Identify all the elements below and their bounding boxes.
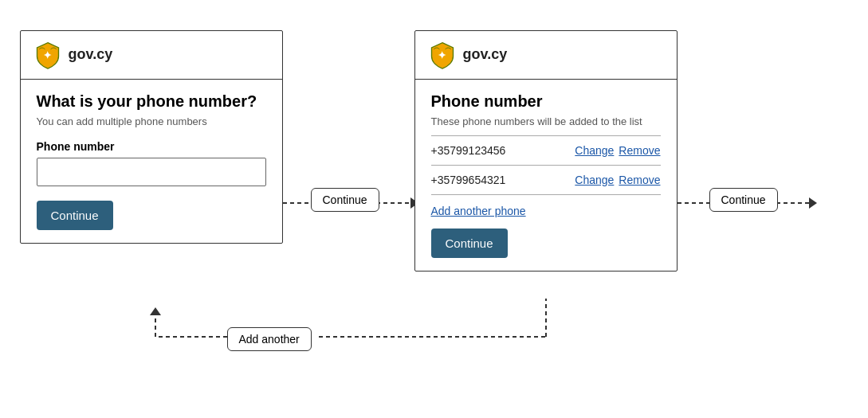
svg-marker-8 [150, 307, 161, 315]
card2-title: Phone number [431, 92, 661, 111]
add-another-connector: Add another [227, 327, 312, 351]
card2-logo-text: gov.cy [463, 46, 508, 63]
continue-connector-2: Continue [709, 188, 778, 212]
phone-actions-1: Change Remove [575, 144, 660, 157]
phone-list: +35799123456 Change Remove +35799654321 … [431, 135, 661, 195]
card1-continue-button[interactable]: Continue [37, 201, 113, 230]
change-phone-2[interactable]: Change [575, 174, 614, 186]
card1-subtitle: You can add multiple phone numbers [37, 115, 266, 127]
svg-text:✦: ✦ [42, 50, 51, 61]
svg-marker-5 [809, 197, 817, 209]
remove-phone-2[interactable]: Remove [619, 174, 660, 186]
phone-row-2: +35799654321 Change Remove [431, 166, 661, 195]
continue-connector-1: Continue [311, 188, 379, 212]
card1-logo-text: gov.cy [69, 46, 113, 63]
phone-number-input[interactable] [37, 158, 266, 186]
phone-number-1: +35799123456 [431, 144, 575, 157]
phone-row-1: +35799123456 Change Remove [431, 136, 661, 166]
govcy-logo-icon: ✦ [33, 41, 62, 69]
add-another-phone-link[interactable]: Add another phone [431, 205, 526, 217]
card2-body: Phone number These phone numbers will be… [415, 80, 677, 271]
phone-number-2: +35799654321 [431, 174, 575, 186]
card2-govcy-logo-icon: ✦ [428, 41, 457, 69]
card2-header: ✦ gov.cy [415, 31, 677, 80]
card2-continue-button[interactable]: Continue [431, 229, 508, 258]
card1-header: ✦ gov.cy [21, 31, 282, 80]
svg-text:✦: ✦ [437, 50, 446, 61]
card-phone-input: ✦ gov.cy What is your phone number? You … [20, 30, 283, 244]
diagram-wrapper: ✦ gov.cy What is your phone number? You … [12, 14, 857, 404]
remove-phone-1[interactable]: Remove [619, 144, 660, 157]
card1-title: What is your phone number? [37, 92, 266, 111]
card1-body: What is your phone number? You can add m… [21, 80, 282, 243]
change-phone-1[interactable]: Change [575, 144, 614, 157]
card-phone-list: ✦ gov.cy Phone number These phone number… [414, 30, 678, 272]
phone-number-label: Phone number [37, 140, 266, 153]
card2-subtitle: These phone numbers will be added to the… [431, 115, 661, 127]
phone-actions-2: Change Remove [575, 174, 660, 186]
